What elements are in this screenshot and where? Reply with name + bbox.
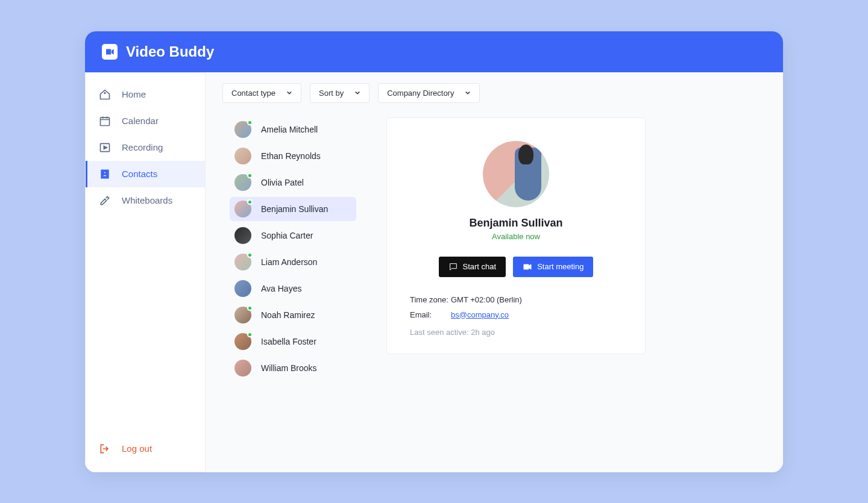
recording-icon bbox=[99, 142, 111, 154]
contact-row[interactable]: Olivia Patel bbox=[230, 170, 356, 195]
detail-actions: Start chat Start meeting bbox=[410, 257, 622, 277]
contact-name: Olivia Patel bbox=[261, 178, 304, 187]
contact-row[interactable]: Benjamin Sullivan bbox=[230, 197, 356, 221]
chat-icon bbox=[448, 262, 458, 272]
contact-row[interactable]: Amelia Mitchell bbox=[230, 117, 356, 142]
chevron-down-icon bbox=[286, 90, 292, 96]
avatar bbox=[234, 280, 251, 297]
contacts-icon bbox=[99, 168, 111, 180]
sidebar-item-label: Home bbox=[122, 89, 146, 99]
main-panel: Contact type Sort by Company Directory A… bbox=[206, 72, 783, 472]
logo-icon bbox=[102, 44, 118, 60]
chevron-down-icon bbox=[354, 90, 360, 96]
filter-label: Company Directory bbox=[387, 89, 454, 98]
contact-name: William Brooks bbox=[261, 363, 317, 373]
presence-indicator bbox=[247, 332, 253, 337]
filter-label: Sort by bbox=[319, 89, 344, 98]
filter-directory[interactable]: Company Directory bbox=[378, 83, 480, 103]
svg-point-4 bbox=[104, 171, 106, 173]
sidebar-item-whiteboards[interactable]: Whiteboards bbox=[86, 187, 205, 214]
presence-indicator bbox=[247, 305, 253, 311]
detail-avatar bbox=[483, 141, 549, 207]
button-label: Start chat bbox=[463, 262, 497, 271]
contact-name: Liam Anderson bbox=[261, 257, 317, 267]
contact-name: Ava Hayes bbox=[261, 284, 301, 293]
filter-bar: Contact type Sort by Company Directory bbox=[222, 83, 766, 103]
info-value: bs@company.co bbox=[451, 310, 509, 319]
sidebar-item-label: Recording bbox=[122, 142, 163, 152]
presence-indicator bbox=[247, 199, 253, 205]
info-row-email: Email: bs@company.co bbox=[410, 310, 622, 319]
avatar bbox=[234, 148, 251, 164]
sidebar-nav: Home Calendar Recording Contacts Whitebo… bbox=[86, 73, 205, 432]
chevron-down-icon bbox=[465, 90, 471, 96]
contact-name: Ethan Reynolds bbox=[261, 151, 321, 161]
filter-label: Contact type bbox=[231, 89, 275, 98]
contact-name: Benjamin Sullivan bbox=[261, 204, 328, 214]
info-label: Time zone: bbox=[410, 295, 451, 304]
contact-name: Sophia Carter bbox=[261, 231, 313, 240]
avatar bbox=[234, 227, 251, 244]
sidebar-item-home[interactable]: Home bbox=[86, 81, 205, 108]
avatar bbox=[234, 254, 251, 270]
sidebar-item-contacts[interactable]: Contacts bbox=[86, 161, 205, 187]
avatar bbox=[234, 174, 251, 191]
avatar bbox=[234, 360, 251, 376]
info-label: Email: bbox=[410, 310, 451, 319]
avatar bbox=[234, 307, 251, 323]
contact-name: Amelia Mitchell bbox=[261, 125, 318, 134]
app-header: Video Buddy bbox=[85, 31, 783, 72]
video-icon bbox=[523, 262, 532, 272]
presence-indicator bbox=[247, 120, 253, 125]
filter-sort-by[interactable]: Sort by bbox=[310, 83, 370, 103]
brand-title: Video Buddy bbox=[126, 43, 214, 60]
logout-icon bbox=[99, 443, 111, 455]
sidebar-item-label: Contacts bbox=[122, 169, 157, 179]
sidebar-item-recording[interactable]: Recording bbox=[86, 134, 205, 161]
detail-status: Available now bbox=[410, 232, 622, 241]
whiteboards-icon bbox=[99, 195, 111, 207]
contact-row[interactable]: Isabella Foster bbox=[230, 330, 356, 354]
avatar bbox=[234, 121, 251, 138]
contact-name: Noah Ramirez bbox=[261, 310, 315, 320]
app-body: Home Calendar Recording Contacts Whitebo… bbox=[85, 72, 783, 472]
start-chat-button[interactable]: Start chat bbox=[439, 257, 506, 277]
presence-indicator bbox=[247, 252, 253, 258]
calendar-icon bbox=[99, 115, 111, 127]
sidebar-item-label: Calendar bbox=[122, 116, 159, 126]
last-seen-text: Last seen active: 2h ago bbox=[410, 328, 622, 337]
avatar bbox=[234, 201, 251, 217]
contact-row[interactable]: William Brooks bbox=[230, 356, 356, 380]
start-meeting-button[interactable]: Start meeting bbox=[513, 257, 593, 277]
info-value: GMT +02:00 (Berlin) bbox=[451, 295, 522, 304]
avatar bbox=[234, 333, 251, 350]
contact-row[interactable]: Ava Hayes bbox=[230, 276, 356, 301]
email-link[interactable]: bs@company.co bbox=[451, 310, 509, 319]
detail-name: Benjamin Sullivan bbox=[410, 217, 622, 230]
home-icon bbox=[99, 89, 111, 101]
contact-name: Isabella Foster bbox=[261, 337, 316, 346]
logout-label: Log out bbox=[122, 443, 152, 454]
contact-row[interactable]: Noah Ramirez bbox=[230, 303, 356, 327]
content-area: Amelia MitchellEthan ReynoldsOlivia Pate… bbox=[222, 117, 766, 383]
contact-detail-card: Benjamin Sullivan Available now Start ch… bbox=[386, 117, 646, 354]
contact-row[interactable]: Sophia Carter bbox=[230, 223, 356, 248]
filter-contact-type[interactable]: Contact type bbox=[222, 83, 301, 103]
svg-point-0 bbox=[104, 92, 105, 93]
contact-row[interactable]: Ethan Reynolds bbox=[230, 144, 356, 168]
logout-button[interactable]: Log out bbox=[86, 432, 205, 472]
sidebar: Home Calendar Recording Contacts Whitebo… bbox=[85, 72, 206, 472]
button-label: Start meeting bbox=[537, 262, 583, 271]
app-window: Video Buddy Home Calendar Recording bbox=[85, 31, 783, 472]
sidebar-item-label: Whiteboards bbox=[122, 195, 172, 205]
info-row-timezone: Time zone: GMT +02:00 (Berlin) bbox=[410, 295, 622, 304]
presence-indicator bbox=[247, 173, 253, 178]
sidebar-item-calendar[interactable]: Calendar bbox=[86, 108, 205, 134]
contact-row[interactable]: Liam Anderson bbox=[230, 250, 356, 274]
contacts-list: Amelia MitchellEthan ReynoldsOlivia Pate… bbox=[230, 117, 356, 383]
svg-rect-1 bbox=[101, 117, 110, 125]
